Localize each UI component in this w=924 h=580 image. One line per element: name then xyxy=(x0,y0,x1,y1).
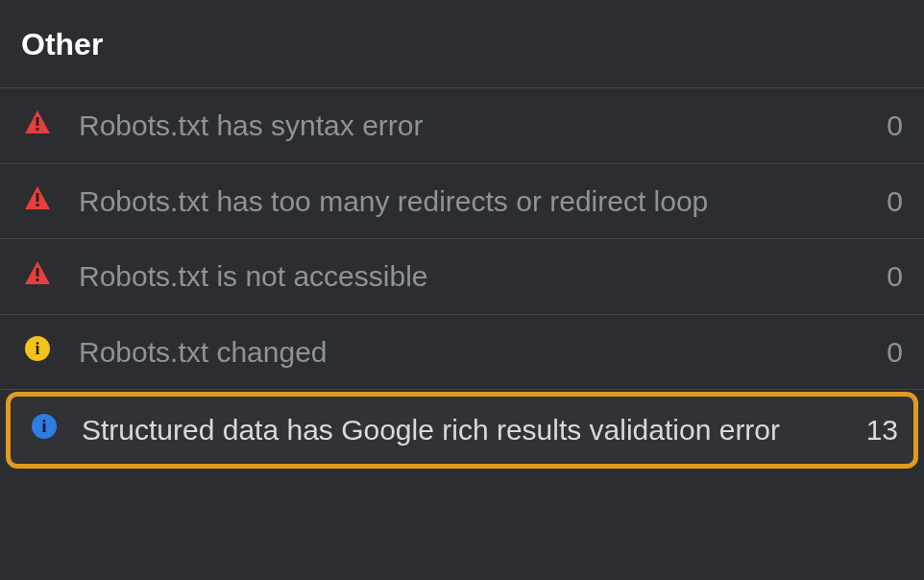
error-triangle-icon xyxy=(21,258,54,285)
issues-list: Robots.txt has syntax error 0 Robots.txt… xyxy=(0,88,924,474)
issue-count: 0 xyxy=(864,334,903,371)
section-title: Other xyxy=(0,0,924,88)
issues-panel-other: Other Robots.txt has syntax error 0 xyxy=(0,0,924,580)
issue-label: Robots.txt has syntax error xyxy=(79,108,839,144)
svg-rect-7 xyxy=(36,268,39,277)
issue-row[interactable]: Robots.txt has too many redirects or red… xyxy=(0,164,924,240)
issue-label: Robots.txt changed xyxy=(79,334,839,371)
issue-count: 13 xyxy=(860,412,898,448)
issue-row[interactable]: Robots.txt is not accessible 0 xyxy=(0,239,924,315)
issue-row[interactable]: i Robots.txt changed 0 xyxy=(0,315,924,391)
error-triangle-icon xyxy=(21,183,54,210)
error-triangle-icon xyxy=(21,108,54,134)
issue-label: Structured data has Google rich results … xyxy=(82,412,839,448)
issue-row-highlighted[interactable]: i Structured data has Google rich result… xyxy=(6,392,918,469)
issue-count: 0 xyxy=(864,183,903,220)
info-circle-icon: i xyxy=(28,412,61,439)
svg-rect-4 xyxy=(36,193,39,202)
svg-rect-1 xyxy=(36,117,39,126)
issue-count: 0 xyxy=(864,108,903,144)
issue-label: Robots.txt is not accessible xyxy=(79,258,839,295)
issue-label: Robots.txt has too many redirects or red… xyxy=(79,183,839,220)
svg-rect-2 xyxy=(36,128,39,131)
svg-rect-5 xyxy=(36,204,39,206)
svg-rect-8 xyxy=(36,278,39,281)
issue-count: 0 xyxy=(864,258,903,295)
warning-circle-icon: i xyxy=(21,334,54,361)
issue-row[interactable]: Robots.txt has syntax error 0 xyxy=(0,88,924,164)
